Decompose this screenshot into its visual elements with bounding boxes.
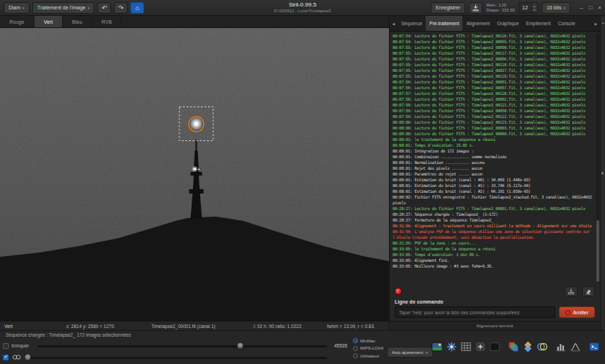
hamburger-menu-label: Diam	[9, 5, 20, 10]
psf-plot-icon[interactable]	[569, 340, 582, 353]
channel-tab-rouge[interactable]: Rouge	[0, 16, 35, 27]
clear-log-button[interactable]	[582, 286, 595, 296]
channels-icon[interactable]	[536, 340, 549, 353]
console-line: 00:31:56: PSF de la zone : en cours...	[393, 240, 594, 246]
command-line-row: Arrêter	[390, 305, 600, 321]
console-line: 00:07:54: Lecture du fichier FITS : Time…	[393, 33, 594, 39]
value-spinbutton[interactable]: 12 ▴ ▾	[519, 2, 538, 13]
lo-display-slider[interactable]	[24, 353, 327, 362]
save-button[interactable]: Enregistrer	[431, 2, 465, 14]
image-area[interactable]	[0, 28, 389, 321]
window-title-block: Siril-0.99.5 D:\200912 - Lune\Timelapse3	[144, 1, 461, 14]
stop-button-label: Arrêter	[573, 310, 588, 315]
scrollbar-thumb[interactable]	[596, 220, 599, 282]
radio-minmax[interactable]: MinMax	[353, 338, 383, 344]
console-line: 00:07:58: Lecture du fichier FITS : Time…	[393, 96, 594, 102]
hamburger-menu-button[interactable]: Diam ▾	[4, 2, 30, 14]
bottom-strip: Séquence chargée : Timelapse2_ 172 image…	[0, 330, 605, 364]
radio-label: Utilisateur	[360, 354, 380, 358]
console-line: 00:31:56: L'analyse PSF de la séquence u…	[393, 229, 594, 240]
right-panel: ◀ SéquencePré-traitementAlignementGraphi…	[390, 16, 600, 330]
channel-tabs: RougeVertBleuRVB	[0, 16, 389, 28]
hi-slider-handle[interactable]	[237, 342, 243, 349]
close-button[interactable]: ×	[598, 4, 601, 11]
console-line: 00:08:01: Estimation du bruit (canal : #…	[393, 188, 594, 194]
channel-tab-vert[interactable]: Vert	[35, 16, 63, 27]
slider-track[interactable]	[24, 357, 327, 359]
window-controls: – □ ×	[580, 4, 601, 11]
radio-dot-icon	[353, 346, 358, 351]
slider-track[interactable]	[37, 345, 327, 347]
selected-star	[194, 122, 198, 125]
command-line-label: Ligne de commande	[390, 298, 600, 305]
link-checkbox[interactable]	[3, 355, 9, 360]
console-line: 00:28:27: Séquence chargée : Timelapse2_…	[393, 211, 594, 217]
terminal-icon[interactable]	[588, 340, 601, 353]
lo-slider-row	[3, 352, 347, 362]
image-viewer-icon[interactable]	[431, 340, 444, 353]
composition-icon[interactable]	[521, 340, 534, 353]
truncate-checkbox[interactable]	[3, 343, 9, 349]
tab-pre-traitement[interactable]: Pré-traitement	[426, 16, 462, 31]
console-line: 00:33:05: Alignement fini.	[393, 258, 594, 263]
sequence-info: Séquence chargée : Timelapse2_ 172 image…	[6, 332, 131, 337]
tab-console[interactable]: Console	[555, 16, 579, 31]
tower-lamp-2	[198, 168, 200, 170]
star-detection-icon[interactable]	[445, 340, 458, 353]
histogram-icon[interactable]	[555, 340, 568, 353]
tab-graphique[interactable]: Graphique	[493, 16, 522, 31]
console-line: 00:08:01: Estimation du bruit (canal : #…	[393, 183, 594, 188]
collapse-top-arrow[interactable]: ▲	[601, 21, 605, 24]
channel-tab-bleu[interactable]: Bleu	[63, 16, 92, 27]
console-line: 00:07:55: Lecture du fichier FITS : Time…	[393, 62, 594, 68]
console-line: 00:07:57: Lecture du fichier FITS : Time…	[393, 91, 594, 96]
console-line: 00:07:55: Lecture du fichier FITS : Time…	[393, 73, 594, 79]
spin-down-icon[interactable]: ▾	[532, 8, 537, 12]
chevron-down-icon: ▾	[564, 6, 566, 10]
console-scrollbar[interactable]	[596, 33, 599, 283]
link-sliders-icon[interactable]	[12, 354, 22, 360]
radio-utilisateur[interactable]: Utilisateur	[353, 353, 383, 359]
console-line: 00:08:01: Estimation du bruit (canal : #…	[393, 177, 594, 183]
auto-adjust-label: Auto ajustement	[392, 350, 423, 355]
tabs-scroll-left-button[interactable]: ◀	[390, 16, 398, 31]
maximize-button[interactable]: □	[588, 4, 592, 11]
command-input[interactable]	[395, 306, 555, 318]
collapse-right-arrow[interactable]: ▶	[601, 171, 605, 175]
status-selection-size: l: 92 h: 90 ratio: 1.0222	[254, 324, 327, 329]
panel-edge-strip: ▲ ▶	[600, 16, 605, 330]
tabs-scroll-right-button[interactable]: ▶	[592, 16, 600, 31]
spin-arrows[interactable]: ▴ ▾	[531, 3, 537, 12]
tab-alignement[interactable]: Alignement	[462, 16, 493, 31]
undo-button[interactable]: ↶	[97, 2, 111, 14]
bit-depth-dropdown[interactable]: 16 bits ▾	[542, 2, 570, 14]
image-processing-menu-label: Traitement de l'image	[37, 5, 86, 10]
rgb-layers-icon[interactable]	[507, 340, 520, 353]
redo-button[interactable]: ↷	[114, 2, 127, 14]
image-canvas[interactable]	[0, 28, 389, 321]
console-output-area: 00:07:54: Lecture du fichier FITS : Time…	[390, 32, 600, 285]
radio-dot-icon	[353, 338, 358, 343]
minimize-button[interactable]: –	[580, 4, 583, 11]
save-as-button[interactable]	[469, 2, 483, 14]
radio-mips-lo-hi[interactable]: MIPS-LO/HI	[353, 346, 383, 352]
auto-adjust-dropdown[interactable]: Auto ajustement ▾	[387, 347, 433, 358]
grid-view-icon[interactable]	[460, 340, 472, 353]
stop-button[interactable]: Arrêter	[559, 306, 595, 318]
tab-sequence[interactable]: Séquence	[398, 16, 426, 31]
working-directory-button[interactable]: ⌂	[130, 2, 144, 14]
console-line: 00:28:27: Fermeture de la séquence Timel…	[393, 217, 594, 223]
console-line: 00:07:55: Lecture du fichier FITS : Time…	[393, 50, 594, 56]
hi-display-slider[interactable]	[37, 342, 327, 350]
spin-value: 12	[519, 3, 531, 12]
channel-tab-rvb[interactable]: RVB	[92, 16, 122, 27]
console-line: 00:08:01: le traitement de la séquence a…	[393, 137, 594, 142]
image-processing-menu-button[interactable]: Traitement de l'image ▾	[32, 2, 94, 14]
lo-slider-handle[interactable]	[24, 354, 31, 360]
progress-status-text: Alignement terminé	[476, 324, 514, 328]
dark-frame-icon[interactable]	[488, 340, 501, 353]
add-frames-icon[interactable]	[474, 340, 487, 353]
status-channel: Vert	[4, 324, 66, 329]
export-log-button[interactable]	[565, 286, 578, 296]
tab-empilement[interactable]: Empilement	[522, 16, 554, 31]
